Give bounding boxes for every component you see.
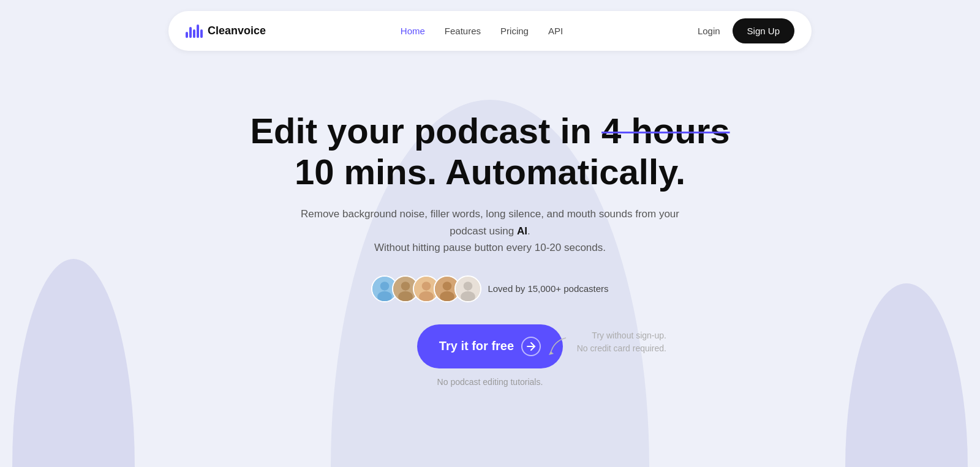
svg-point-14 xyxy=(461,291,476,302)
hero-title: Edit your podcast in 4 hours 10 mins. Au… xyxy=(0,111,980,192)
annotation-line2: No credit card required. xyxy=(577,342,666,355)
svg-point-4 xyxy=(401,282,410,291)
hero-subtitle-period: . xyxy=(527,225,530,237)
hero-title-before: Edit your podcast in xyxy=(250,111,601,151)
hero-subtitle: Remove background noise, filler words, l… xyxy=(300,206,680,256)
cta-label: Try it for free xyxy=(439,339,514,353)
logo-bar-4 xyxy=(197,24,199,38)
hero-title-strikethrough: 4 hours xyxy=(601,111,730,151)
svg-point-1 xyxy=(380,282,390,291)
hero-section: Edit your podcast in 4 hours 10 mins. Au… xyxy=(0,62,980,387)
annotation-text: Try without sign-up. No credit card requ… xyxy=(577,329,666,355)
nav-item-pricing[interactable]: Pricing xyxy=(500,26,529,37)
svg-point-13 xyxy=(464,282,473,291)
cta-arrow-icon xyxy=(521,337,541,356)
annotation-line1: Try without sign-up. xyxy=(577,329,666,342)
hero-subtitle-text1: Remove background noise, filler words, l… xyxy=(301,208,679,236)
login-button[interactable]: Login xyxy=(698,26,720,36)
nav-item-api[interactable]: API xyxy=(548,26,563,37)
brand-name: Cleanvoice xyxy=(208,24,266,37)
avatar-group xyxy=(371,275,481,302)
arrow-icon xyxy=(541,332,572,362)
navbar: Cleanvoice Home Features Pricing API Log… xyxy=(168,11,812,51)
logo[interactable]: Cleanvoice xyxy=(186,24,266,38)
hero-subtitle-text2: Without hitting pause button every 10-20… xyxy=(374,242,606,253)
cta-container: Try it for free No podcast editing tutor… xyxy=(0,324,980,387)
logo-bar-3 xyxy=(193,29,195,38)
logo-bar-1 xyxy=(186,32,188,38)
nav-link-pricing[interactable]: Pricing xyxy=(500,26,529,36)
nav-link-home[interactable]: Home xyxy=(401,26,425,36)
nav-link-api[interactable]: API xyxy=(548,26,563,36)
logo-bar-5 xyxy=(200,29,203,38)
hero-subtitle-bold: AI xyxy=(517,225,527,237)
hero-title-after: 10 mins. Automatically. xyxy=(295,152,685,192)
logo-bar-2 xyxy=(189,27,192,38)
svg-point-11 xyxy=(440,291,455,302)
social-proof: Loved by 15,000+ podcasters xyxy=(0,275,980,302)
avatar-5 xyxy=(454,275,481,302)
nav-right: Login Sign Up xyxy=(698,18,794,43)
nav-link-features[interactable]: Features xyxy=(445,26,481,36)
svg-point-2 xyxy=(378,291,393,302)
logo-icon xyxy=(186,24,203,38)
nav-item-home[interactable]: Home xyxy=(401,26,425,37)
annotation: Try without sign-up. No credit card requ… xyxy=(541,329,666,362)
svg-point-5 xyxy=(399,291,413,302)
nav-links: Home Features Pricing API xyxy=(401,26,563,37)
signup-button[interactable]: Sign Up xyxy=(733,18,794,43)
svg-point-7 xyxy=(422,282,431,291)
cta-note: No podcast editing tutorials. xyxy=(437,377,543,387)
social-proof-text: Loved by 15,000+ podcasters xyxy=(488,283,608,294)
svg-point-8 xyxy=(420,291,434,302)
nav-item-features[interactable]: Features xyxy=(445,26,481,37)
svg-point-10 xyxy=(443,282,452,291)
